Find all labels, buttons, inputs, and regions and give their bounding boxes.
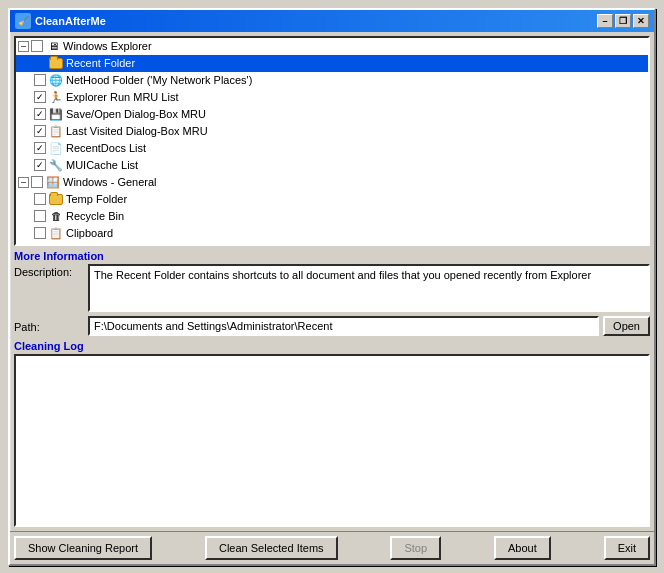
tree-item-recycle[interactable]: 🗑 Recycle Bin xyxy=(16,208,648,225)
info-section: More Information Description: The Recent… xyxy=(14,250,650,336)
tree-item-recent-folder[interactable]: Recent Folder xyxy=(16,55,648,72)
checkbox-general[interactable] xyxy=(31,176,43,188)
checkbox-advanced[interactable] xyxy=(31,244,43,246)
tree-label-run-mru: Explorer Run MRU List xyxy=(66,91,178,103)
checkbox-saveopn[interactable] xyxy=(34,108,46,120)
tree-label-recentdocs: RecentDocs List xyxy=(66,142,146,154)
titlebar-buttons: – ❐ ✕ xyxy=(597,14,649,28)
tree-label-explorer: Windows Explorer xyxy=(63,40,152,52)
tree-label-advanced: Windows - Advanced xyxy=(63,244,166,246)
app-icon: 🧹 xyxy=(15,13,31,29)
tree-label-general: Windows - General xyxy=(63,176,157,188)
info-body: Description: The Recent Folder contains … xyxy=(14,264,650,336)
tree-label-saveopn: Save/Open Dialog-Box MRU xyxy=(66,108,206,120)
path-row: Path: Open xyxy=(14,316,650,336)
titlebar: 🧹 CleanAfterMe – ❐ ✕ xyxy=(10,10,654,32)
checkbox-temp[interactable] xyxy=(34,193,46,205)
tree-item-saveopn[interactable]: 💾 Save/Open Dialog-Box MRU xyxy=(16,106,648,123)
lastvisited-icon: 📋 xyxy=(48,123,64,139)
open-button[interactable]: Open xyxy=(603,316,650,336)
window-title: CleanAfterMe xyxy=(35,15,106,27)
clean-button[interactable]: Clean Selected Items xyxy=(205,536,338,560)
exit-button[interactable]: Exit xyxy=(604,536,650,560)
description-row: Description: The Recent Folder contains … xyxy=(14,264,650,312)
tree-label-temp: Temp Folder xyxy=(66,193,127,205)
about-button[interactable]: About xyxy=(494,536,551,560)
run-mru-icon: 🏃 xyxy=(48,89,64,105)
folder-icon-recent xyxy=(48,56,64,70)
tree-label-recent: Recent Folder xyxy=(66,57,135,69)
restore-button[interactable]: ❐ xyxy=(615,14,631,28)
windows-advanced-icon: 🪟 xyxy=(45,242,61,246)
expand-explorer[interactable]: – xyxy=(18,41,29,52)
tree-label-clipboard: Clipboard xyxy=(66,227,113,239)
expand-advanced[interactable]: – xyxy=(18,245,29,246)
explorer-icon: 🖥 xyxy=(45,38,61,54)
description-label: Description: xyxy=(14,264,84,278)
tree-item-temp[interactable]: Temp Folder xyxy=(16,191,648,208)
main-window: 🧹 CleanAfterMe – ❐ ✕ – 🖥 Windows Explore… xyxy=(8,8,656,566)
minimize-button[interactable]: – xyxy=(597,14,613,28)
muicache-icon: 🔧 xyxy=(48,157,64,173)
path-input[interactable] xyxy=(88,316,599,336)
saveopn-icon: 💾 xyxy=(48,106,64,122)
nethood-icon: 🌐 xyxy=(48,72,64,88)
recycle-icon: 🗑 xyxy=(48,208,64,224)
stop-button[interactable]: Stop xyxy=(390,536,441,560)
tree-view[interactable]: – 🖥 Windows Explorer Recent Folder 🌐 Net xyxy=(14,36,650,246)
path-label: Path: xyxy=(14,319,84,333)
tree-item-nethood[interactable]: 🌐 NetHood Folder ('My Network Places') xyxy=(16,72,648,89)
info-header: More Information xyxy=(14,250,650,262)
expand-general[interactable]: – xyxy=(18,177,29,188)
checkbox-nethood[interactable] xyxy=(34,74,46,86)
log-section: Cleaning Log xyxy=(14,340,650,527)
tree-item-recentdocs[interactable]: 📄 RecentDocs List xyxy=(16,140,648,157)
tree-item-windows-general[interactable]: – 🪟 Windows - General xyxy=(16,174,648,191)
tree-item-clipboard[interactable]: 📋 Clipboard xyxy=(16,225,648,242)
windows-general-icon: 🪟 xyxy=(45,174,61,190)
log-header: Cleaning Log xyxy=(14,340,650,352)
checkbox-recentdocs[interactable] xyxy=(34,142,46,154)
checkbox-lastvisited[interactable] xyxy=(34,125,46,137)
button-bar: Show Cleaning Report Clean Selected Item… xyxy=(10,531,654,564)
checkbox-clipboard[interactable] xyxy=(34,227,46,239)
tree-label-recycle: Recycle Bin xyxy=(66,210,124,222)
checkbox-recycle[interactable] xyxy=(34,210,46,222)
tree-label-lastvisited: Last Visited Dialog-Box MRU xyxy=(66,125,208,137)
checkbox-muicache[interactable] xyxy=(34,159,46,171)
tree-item-lastvisited[interactable]: 📋 Last Visited Dialog-Box MRU xyxy=(16,123,648,140)
show-report-button[interactable]: Show Cleaning Report xyxy=(14,536,152,560)
clipboard-icon: 📋 xyxy=(48,225,64,241)
titlebar-left: 🧹 CleanAfterMe xyxy=(15,13,106,29)
main-content: – 🖥 Windows Explorer Recent Folder 🌐 Net xyxy=(10,32,654,531)
tree-item-run-mru[interactable]: 🏃 Explorer Run MRU List xyxy=(16,89,648,106)
tree-item-windows-advanced[interactable]: – 🪟 Windows - Advanced xyxy=(16,242,648,246)
tree-item-muicache[interactable]: 🔧 MUICache List xyxy=(16,157,648,174)
tree-label-muicache: MUICache List xyxy=(66,159,138,171)
checkbox-explorer[interactable] xyxy=(31,40,43,52)
tree-item-windows-explorer[interactable]: – 🖥 Windows Explorer xyxy=(16,38,648,55)
tree-label-nethood: NetHood Folder ('My Network Places') xyxy=(66,74,252,86)
recentdocs-icon: 📄 xyxy=(48,140,64,156)
checkbox-run-mru[interactable] xyxy=(34,91,46,103)
temp-folder-icon xyxy=(48,192,64,206)
description-value: The Recent Folder contains shortcuts to … xyxy=(88,264,650,312)
log-body[interactable] xyxy=(14,354,650,527)
close-button[interactable]: ✕ xyxy=(633,14,649,28)
